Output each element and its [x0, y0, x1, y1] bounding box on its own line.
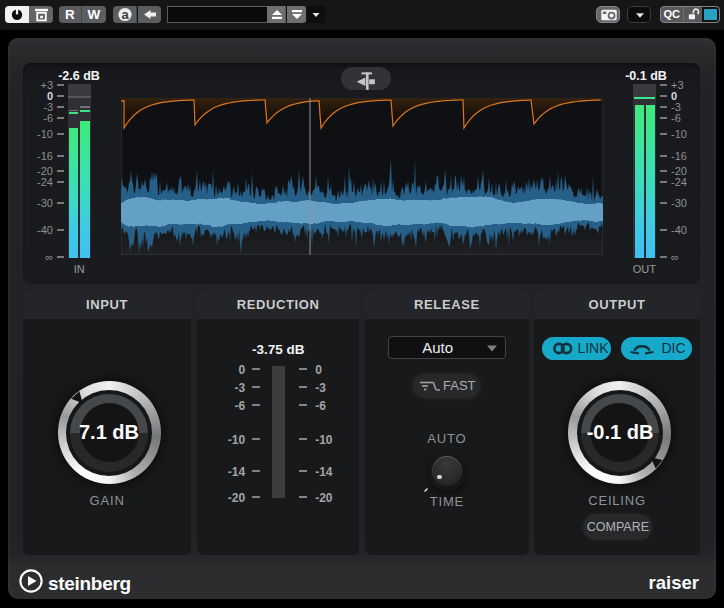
svg-text:a: a — [121, 7, 129, 22]
